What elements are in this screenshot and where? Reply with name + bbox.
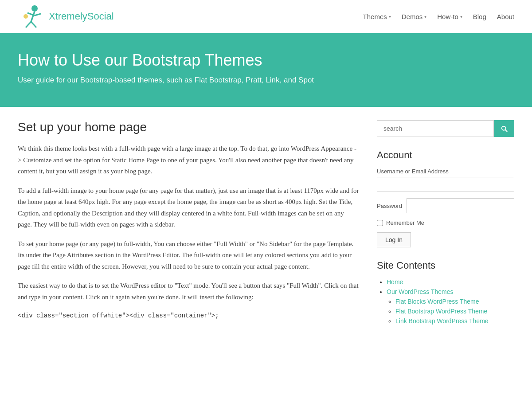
site-contents-home-link[interactable]: Home xyxy=(387,278,403,286)
site-contents-themes-link[interactable]: Our WordPress Themes xyxy=(387,288,453,295)
login-button[interactable]: Log In xyxy=(377,232,411,247)
nav-about-label: About xyxy=(497,13,514,20)
search-input[interactable] xyxy=(377,120,494,137)
flat-blocks-link[interactable]: Flat Blocks WordPress Theme xyxy=(395,298,479,305)
themes-chevron-icon: ▾ xyxy=(389,14,391,19)
list-item: Our WordPress Themes Flat Blocks WordPre… xyxy=(387,288,514,325)
remember-checkbox[interactable] xyxy=(377,220,383,226)
username-input[interactable] xyxy=(377,177,514,192)
main-container: Set up your home page We think this them… xyxy=(0,107,532,340)
nav-themes-label: Themes xyxy=(363,13,387,20)
paragraph-3: To set your home page (or any page) to f… xyxy=(18,239,359,273)
svg-line-2 xyxy=(26,22,31,27)
sidebar: Account Username or Email Address Passwo… xyxy=(377,120,514,327)
remember-row: Remember Me xyxy=(377,219,514,226)
svg-point-0 xyxy=(31,5,38,12)
demos-chevron-icon: ▾ xyxy=(424,14,426,19)
site-title[interactable]: XtremelySocial xyxy=(49,11,114,22)
flat-bootstrap-link[interactable]: Flat Bootstrap WordPress Theme xyxy=(395,308,487,315)
list-item: Link Bootstrap WordPress Theme xyxy=(395,317,514,325)
main-nav: Themes ▾ Demos ▾ How-to ▾ Blog About xyxy=(363,13,514,20)
site-contents-list: Home Our WordPress Themes Flat Blocks Wo… xyxy=(377,278,514,325)
hero-title: How to Use our Bootstrap Themes xyxy=(18,51,514,70)
link-bootstrap-link[interactable]: Link Bootstrap WordPress Theme xyxy=(395,317,489,325)
nav-demos-label: Demos xyxy=(402,13,423,20)
search-area xyxy=(377,120,514,137)
section-title: Set up your home page xyxy=(18,120,359,134)
paragraph-1: We think this theme looks best with a fu… xyxy=(18,143,359,177)
password-input[interactable] xyxy=(407,198,514,213)
nav-item-about[interactable]: About xyxy=(497,13,514,20)
logo-icon xyxy=(18,3,44,30)
remember-label: Remember Me xyxy=(386,219,424,226)
hero-subtitle: User guide for our Bootstrap-based theme… xyxy=(18,76,514,85)
search-icon xyxy=(500,125,508,133)
site-contents-title: Site Contents xyxy=(377,260,514,271)
nav-item-demos[interactable]: Demos ▾ xyxy=(402,13,427,20)
account-title: Account xyxy=(377,149,514,161)
howto-chevron-icon: ▾ xyxy=(460,14,462,19)
list-item: Flat Bootstrap WordPress Theme xyxy=(395,308,514,315)
code-block: <div class="section offwhite"><div class… xyxy=(18,311,359,321)
nav-item-themes[interactable]: Themes ▾ xyxy=(363,13,391,20)
password-label: Password xyxy=(377,203,402,209)
nav-item-blog[interactable]: Blog xyxy=(473,13,486,20)
logo-area[interactable]: XtremelySocial xyxy=(18,3,114,30)
site-contents-section: Site Contents Home Our WordPress Themes … xyxy=(377,260,514,325)
svg-line-5 xyxy=(35,14,41,16)
password-row: Password xyxy=(377,198,514,213)
list-item: Flat Blocks WordPress Theme xyxy=(395,298,514,305)
hero-banner: How to Use our Bootstrap Themes User gui… xyxy=(0,33,532,107)
nav-item-howto[interactable]: How-to ▾ xyxy=(437,13,462,20)
list-item: Home xyxy=(387,278,514,286)
paragraph-2: To add a full-width image to your home p… xyxy=(18,185,359,231)
paragraph-4: The easiest way to do that is to set the… xyxy=(18,280,359,303)
svg-point-6 xyxy=(23,14,28,19)
username-label: Username or Email Address xyxy=(377,168,514,175)
svg-line-1 xyxy=(31,12,35,22)
nav-howto-label: How-to xyxy=(437,13,458,20)
main-content: Set up your home page We think this them… xyxy=(18,120,359,321)
site-header: XtremelySocial Themes ▾ Demos ▾ How-to ▾… xyxy=(0,0,532,33)
account-section: Account Username or Email Address Passwo… xyxy=(377,149,514,247)
svg-line-3 xyxy=(31,22,36,27)
search-button[interactable] xyxy=(494,120,514,137)
site-contents-sub-list: Flat Blocks WordPress Theme Flat Bootstr… xyxy=(387,298,514,325)
nav-blog-label: Blog xyxy=(473,13,486,20)
